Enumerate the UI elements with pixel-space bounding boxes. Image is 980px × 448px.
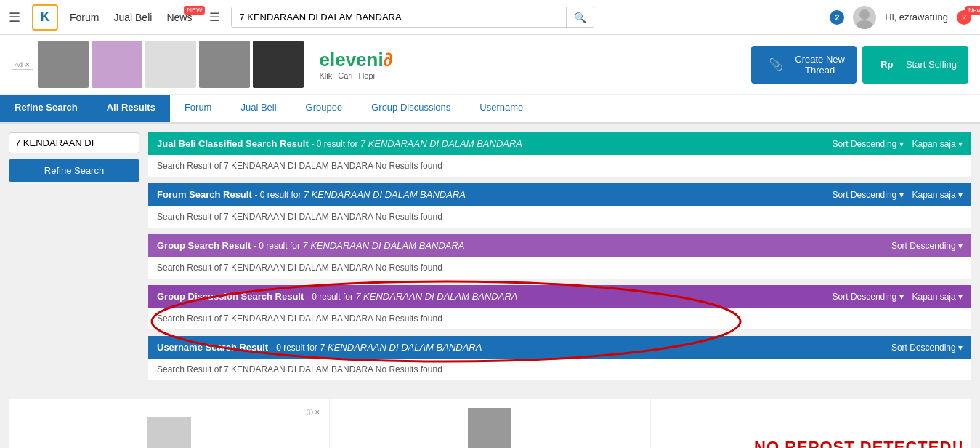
tab-forum[interactable]: Forum [170,95,227,122]
main-layout: Refine Search Jual Beli Classified Searc… [0,124,980,396]
tab-groupee[interactable]: Groupee [291,95,357,122]
group-discussion-kapan-dropdown[interactable]: Kapan saja ▾ [912,292,963,302]
result-username-title: Username Search Result - 0 result for 7 … [157,342,482,353]
nav-forum[interactable]: Forum [70,12,99,23]
result-jualbeli: Jual Beli Classified Search Result - 0 r… [148,132,971,177]
avatar [853,6,876,29]
sidebar-search-input[interactable] [9,132,139,153]
help-new-badge: New [965,6,980,15]
result-forum-body: Search Result of 7 KENDARAAN DI DALAM BA… [148,206,971,228]
group-discussion-sort-dropdown[interactable]: Sort Descending ▾ [833,292,904,302]
result-group-body: Search Result of 7 KENDARAAN DI DALAM BA… [148,257,971,279]
elevenia-sub: Klik Cari Hepi [320,71,393,80]
product-image-1 [147,417,191,448]
product-image-2 [468,408,511,448]
result-username: Username Search Result - 0 result for 7 … [148,336,971,381]
svg-point-0 [859,9,870,20]
result-forum-sort: Sort Descending ▾ Kapan saja ▾ [833,190,963,200]
result-jualbeli-title: Jual Beli Classified Search Result - 0 r… [157,138,522,149]
result-group-header: Group Search Result - 0 result for 7 KEN… [148,234,971,257]
search-input[interactable] [232,7,566,27]
group-sort-dropdown[interactable]: Sort Descending ▾ [891,241,963,251]
sidebar: Refine Search [9,132,139,387]
nav-news[interactable]: News NEW [166,12,192,23]
result-forum-title: Forum Search Result - 0 result for 7 KEN… [157,189,466,200]
result-jualbeli-body: Search Result of 7 KENDARAAN DI DALAM BA… [148,155,971,177]
logo[interactable]: K [32,4,58,31]
result-group: Group Search Result - 0 result for 7 KEN… [148,234,971,279]
result-group-discussion-header: Group Discussion Search Result - 0 resul… [148,285,971,308]
no-repost-text: NO REPOST DETECTED!! [754,438,964,448]
nav: Forum Jual Beli News NEW [70,12,192,23]
kapan-saja-dropdown[interactable]: Kapan saja ▾ [912,139,963,149]
ad-image-5 [253,41,304,88]
action-buttons: 📎 Create New Thread Rp Start Selling [751,46,968,84]
result-group-title: Group Search Result - 0 result for 7 KEN… [157,240,465,251]
forum-sort-dropdown[interactable]: Sort Descending ▾ [833,190,904,200]
result-group-discussion-sort: Sort Descending ▾ Kapan saja ▾ [833,292,963,302]
result-forum-header: Forum Search Result - 0 result for 7 KEN… [148,183,971,206]
notification-badge[interactable]: 2 [830,10,844,25]
result-jualbeli-sort: Sort Descending ▾ Kapan saja ▾ [833,139,963,149]
username-sort-dropdown[interactable]: Sort Descending ▾ [891,343,963,353]
result-group-discussion: Group Discussion Search Result - 0 resul… [148,285,971,330]
sell-icon: Rp [874,52,900,78]
tab-refine-search[interactable]: Refine Search [0,95,92,122]
user-greeting: Hi, ezrawatung [885,12,948,23]
bottom-ad-item-1: ⓘ ✕ Stand Water Dispenser Rp2.519.000 Ay… [9,399,330,448]
tab-group-discussions[interactable]: Group Discussions [357,95,465,122]
result-jualbeli-header: Jual Beli Classified Search Result - 0 r… [148,132,971,155]
tab-jualbeli[interactable]: Jual Beli [226,95,291,122]
help-wrapper: ? New [957,10,971,25]
result-username-sort: Sort Descending ▾ [891,343,963,353]
results-area: Jual Beli Classified Search Result - 0 r… [148,132,971,387]
result-username-header: Username Search Result - 0 result for 7 … [148,336,971,359]
create-thread-button[interactable]: 📎 Create New Thread [751,46,857,84]
tab-username[interactable]: Username [465,95,538,122]
result-group-discussion-title: Group Discussion Search Result - 0 resul… [157,291,518,302]
nav-jualbeli[interactable]: Jual Beli [113,12,152,23]
news-new-badge: NEW [184,6,205,15]
sort-descending-dropdown[interactable]: Sort Descending ▾ [833,139,904,149]
header: ☰ K Forum Jual Beli News NEW ☰ 🔍 2 [0,0,980,35]
ad-close-icon[interactable]: ⓘ ✕ [18,408,320,417]
ad-image-2 [92,41,142,88]
tab-all-results[interactable]: All Results [92,95,170,122]
bottom-ad-item-2: Galaxy Note 5 - Gold P... Rp8.999.000 Ay… [330,399,650,448]
ad-image-1 [38,41,89,88]
result-username-body: Search Result of 7 KENDARAAN DI DALAM BA… [148,359,971,381]
ad-action-row: Ad ✕ eleveni∂ Klik Cari Hepi 📎 C [0,35,980,95]
svg-point-1 [856,20,873,29]
search-tabs: Refine Search All Results Forum Jual Bel… [0,95,980,124]
sidebar-refine-button[interactable]: Refine Search [9,159,139,182]
list-icon: ☰ [209,10,219,24]
search-bar: 🔍 [231,7,594,28]
create-icon: 📎 [763,52,789,78]
result-forum: Forum Search Result - 0 result for 7 KEN… [148,183,971,228]
header-right: 2 Hi, ezrawatung ? New [830,6,971,29]
ad-image-4 [199,41,250,88]
search-button[interactable]: 🔍 [566,7,594,27]
elevenia-brand: eleveni∂ Klik Cari Hepi [320,49,393,80]
ad-image-3 [145,41,196,88]
forum-kapan-dropdown[interactable]: Kapan saja ▾ [912,190,963,200]
elevenia-logo: eleveni∂ [320,49,393,71]
result-group-sort: Sort Descending ▾ [891,241,963,251]
start-selling-button[interactable]: Rp Start Selling [862,46,968,84]
ad-banner: Ad ✕ eleveni∂ Klik Cari Hepi [12,41,751,88]
ad-images [38,41,304,88]
ad-label[interactable]: Ad ✕ [12,60,33,70]
result-group-discussion-body: Search Result of 7 KENDARAAN DI DALAM BA… [148,308,971,330]
hamburger-icon[interactable]: ☰ [9,9,20,25]
